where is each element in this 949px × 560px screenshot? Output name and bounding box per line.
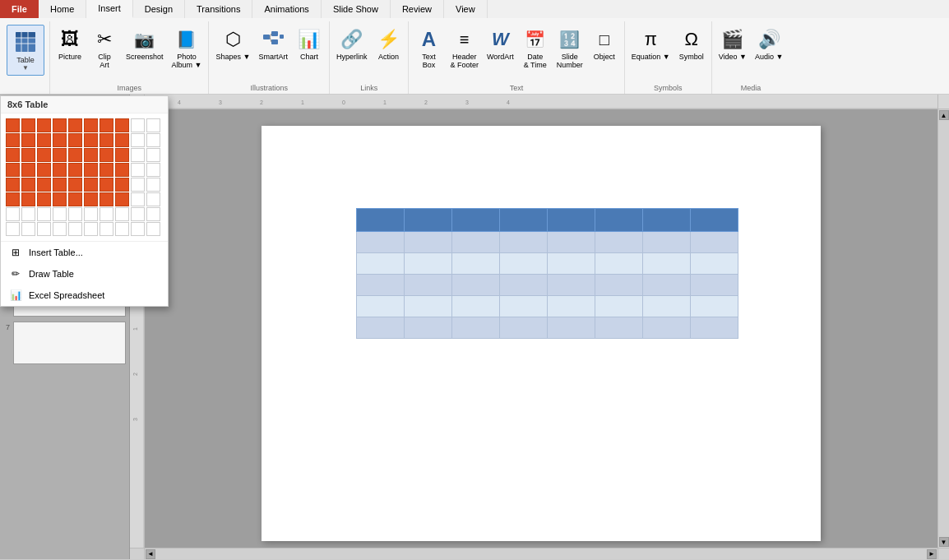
grid-cell[interactable] (131, 133, 145, 147)
date-time-button[interactable]: 📅 Date& Time (519, 25, 552, 71)
grid-cell[interactable] (6, 207, 20, 221)
grid-cell[interactable] (53, 192, 67, 206)
horizontal-scrollbar[interactable]: ◄ ► (145, 548, 937, 559)
slide-7[interactable]: 7 (3, 322, 126, 364)
object-button[interactable]: □ Object (588, 25, 621, 71)
grid-cell[interactable] (100, 133, 113, 147)
grid-cell[interactable] (6, 163, 20, 177)
grid-cell[interactable] (53, 222, 67, 236)
grid-cell[interactable] (37, 178, 51, 192)
header-footer-button[interactable]: ≡ Header& Footer (447, 25, 482, 71)
grid-cell[interactable] (68, 192, 82, 206)
tab-insert[interactable]: Insert (86, 0, 133, 18)
grid-cell[interactable] (21, 163, 35, 177)
grid-cell[interactable] (84, 192, 98, 206)
table-grid[interactable] (1, 113, 168, 241)
grid-cell[interactable] (37, 192, 51, 206)
hyperlink-button[interactable]: 🔗 Hyperlink (333, 25, 371, 62)
grid-cell[interactable] (100, 207, 113, 221)
tab-view[interactable]: View (444, 0, 488, 18)
grid-cell[interactable] (131, 222, 145, 236)
file-tab[interactable]: File (0, 0, 39, 18)
wordart-button[interactable]: W WordArt (484, 25, 517, 71)
picture-button[interactable]: 🖼 Picture (53, 25, 86, 71)
grid-cell[interactable] (6, 192, 20, 206)
action-button[interactable]: ⚡ Action (372, 25, 405, 62)
grid-cell[interactable] (37, 207, 51, 221)
audio-button[interactable]: 🔊 Audio ▼ (752, 25, 786, 62)
grid-cell[interactable] (6, 178, 20, 192)
grid-cell[interactable] (21, 192, 35, 206)
grid-cell[interactable] (84, 163, 98, 177)
grid-cell[interactable] (37, 118, 51, 132)
tab-design[interactable]: Design (133, 0, 185, 18)
draw-table-item[interactable]: ✏ Draw Table (1, 263, 168, 285)
grid-cell[interactable] (68, 163, 82, 177)
slide-number-button[interactable]: 🔢 SlideNumber (553, 25, 586, 71)
grid-cell[interactable] (6, 222, 20, 236)
table-button[interactable]: Table ▼ (7, 25, 44, 76)
tab-transitions[interactable]: Transitions (185, 0, 252, 18)
grid-cell[interactable] (146, 178, 160, 192)
grid-cell[interactable] (84, 207, 98, 221)
vertical-scrollbar[interactable]: ▲ ▼ (937, 109, 949, 548)
grid-cell[interactable] (84, 133, 98, 147)
grid-cell[interactable] (100, 192, 113, 206)
grid-cell[interactable] (68, 148, 82, 162)
grid-cell[interactable] (68, 178, 82, 192)
grid-cell[interactable] (115, 178, 129, 192)
tab-home[interactable]: Home (39, 0, 86, 18)
grid-cell[interactable] (53, 207, 67, 221)
grid-cell[interactable] (53, 133, 67, 147)
grid-cell[interactable] (21, 148, 35, 162)
excel-spreadsheet-item[interactable]: 📊 Excel Spreadsheet (1, 285, 168, 306)
grid-cell[interactable] (100, 222, 113, 236)
grid-cell[interactable] (37, 163, 51, 177)
grid-cell[interactable] (84, 118, 98, 132)
grid-cell[interactable] (84, 222, 98, 236)
grid-cell[interactable] (146, 163, 160, 177)
grid-cell[interactable] (115, 207, 129, 221)
screenshot-button[interactable]: 📷 Screenshot (123, 25, 167, 71)
insert-table-item[interactable]: ⊞ Insert Table... (1, 242, 168, 263)
grid-cell[interactable] (100, 118, 113, 132)
grid-cell[interactable] (53, 163, 67, 177)
grid-cell[interactable] (6, 133, 20, 147)
grid-cell[interactable] (37, 148, 51, 162)
tab-animations[interactable]: Animations (252, 0, 321, 18)
grid-cell[interactable] (115, 118, 129, 132)
grid-cell[interactable] (21, 222, 35, 236)
grid-cell[interactable] (53, 148, 67, 162)
grid-cell[interactable] (84, 178, 98, 192)
grid-cell[interactable] (146, 192, 160, 206)
grid-cell[interactable] (53, 178, 67, 192)
grid-cell[interactable] (115, 163, 129, 177)
grid-cell[interactable] (131, 192, 145, 206)
tab-review[interactable]: Review (391, 0, 444, 18)
grid-cell[interactable] (115, 192, 129, 206)
grid-cell[interactable] (68, 222, 82, 236)
symbol-button[interactable]: Ω Symbol (675, 25, 708, 62)
grid-cell[interactable] (131, 207, 145, 221)
grid-cell[interactable] (131, 118, 145, 132)
grid-cell[interactable] (68, 207, 82, 221)
grid-cell[interactable] (115, 222, 129, 236)
chart-button[interactable]: 📊 Chart (293, 25, 326, 62)
photo-album-button[interactable]: 📘 PhotoAlbum ▼ (169, 25, 206, 71)
grid-cell[interactable] (100, 178, 113, 192)
tab-slideshow[interactable]: Slide Show (322, 0, 391, 18)
clip-art-button[interactable]: ✂ ClipArt (88, 25, 121, 71)
grid-cell[interactable] (115, 148, 129, 162)
grid-cell[interactable] (146, 148, 160, 162)
grid-cell[interactable] (6, 118, 20, 132)
grid-cell[interactable] (146, 222, 160, 236)
grid-cell[interactable] (146, 118, 160, 132)
grid-cell[interactable] (37, 133, 51, 147)
grid-cell[interactable] (100, 148, 113, 162)
grid-cell[interactable] (68, 133, 82, 147)
equation-button[interactable]: π Equation ▼ (628, 25, 674, 62)
grid-cell[interactable] (68, 118, 82, 132)
grid-cell[interactable] (21, 207, 35, 221)
grid-cell[interactable] (131, 178, 145, 192)
grid-cell[interactable] (53, 118, 67, 132)
